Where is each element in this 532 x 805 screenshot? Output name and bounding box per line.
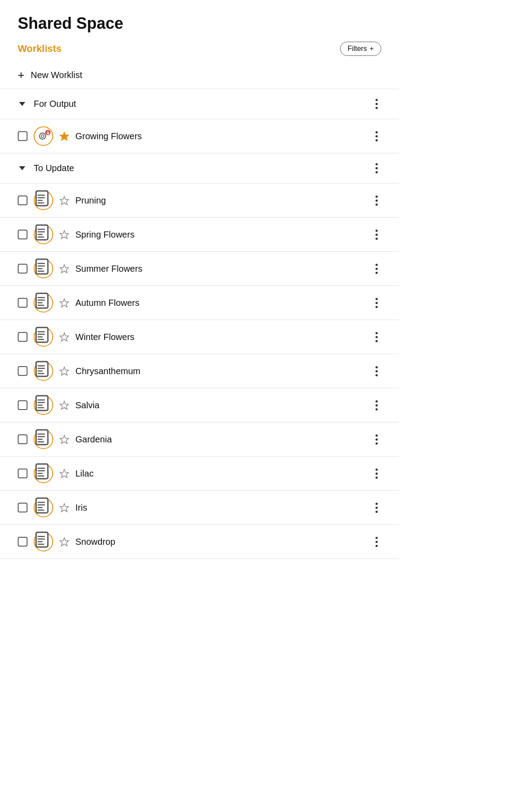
item-name-winter-flowers: Winter Flowers [75, 332, 134, 342]
group-row-for-output[interactable]: For Output [0, 89, 399, 119]
star-icon-pruning[interactable] [59, 195, 69, 205]
svg-line-9 [44, 133, 45, 134]
group-name-to-update: To Update [34, 163, 74, 173]
item-name-lilac: Lilac [75, 469, 94, 479]
svg-rect-51 [38, 399, 45, 400]
doc-icon-circle-pruning [34, 191, 53, 210]
star-icon-spring-flowers[interactable] [59, 230, 69, 239]
star-icon-salvia[interactable] [59, 400, 69, 410]
item-name-salvia: Salvia [75, 400, 99, 410]
svg-rect-40 [38, 334, 45, 335]
item-name-gardenia: Gardenia [75, 434, 112, 445]
item-name-autumn-flowers: Autumn Flowers [75, 298, 140, 308]
item-name-chrysanthemum: Chrysanthemum [75, 366, 141, 376]
star-icon-iris[interactable] [59, 503, 69, 512]
item-menu-spring-flowers[interactable] [372, 228, 381, 242]
doc-icon-circle-winter-flowers [34, 327, 53, 347]
svg-line-8 [40, 138, 40, 138]
checkbox-pruning[interactable] [18, 195, 27, 205]
item-menu-autumn-flowers[interactable] [372, 296, 381, 310]
star-icon-winter-flowers[interactable] [59, 332, 69, 342]
item-menu-summer-flowers[interactable] [372, 262, 381, 276]
svg-rect-60 [38, 441, 44, 442]
svg-marker-49 [60, 367, 69, 375]
checkbox-summer-flowers[interactable] [18, 264, 27, 274]
star-icon-autumn-flowers[interactable] [59, 298, 69, 308]
new-worklist-label: New Worklist [31, 70, 82, 80]
svg-rect-45 [38, 365, 45, 366]
group-row-to-update[interactable]: To Update [0, 153, 399, 184]
doc-icon-circle-snowdrop [34, 532, 53, 551]
item-menu-snowdrop[interactable] [372, 535, 381, 549]
svg-line-6 [40, 133, 40, 134]
checkbox-spring-flowers[interactable] [18, 230, 27, 239]
checkbox-lilac[interactable] [18, 469, 27, 478]
page-title: Shared Space [18, 14, 381, 33]
svg-rect-57 [38, 434, 45, 434]
item-name-pruning: Pruning [75, 195, 106, 206]
svg-rect-30 [38, 270, 44, 271]
item-menu-pruning[interactable] [372, 194, 381, 207]
list-item-salvia: Salvia [0, 388, 399, 422]
svg-rect-78 [38, 543, 44, 544]
checkbox-salvia[interactable] [18, 400, 27, 410]
filters-button[interactable]: Filters + [340, 42, 381, 56]
checkbox-growing-flowers[interactable] [18, 131, 27, 141]
list-item-summer-flowers: Summer Flowers [0, 252, 399, 286]
star-icon-growing-flowers[interactable] [59, 131, 69, 141]
svg-rect-22 [38, 231, 45, 232]
svg-point-12 [47, 133, 48, 133]
doc-icon-circle-lilac [34, 464, 53, 483]
svg-marker-13 [60, 132, 69, 141]
list-item-chrysanthemum: Chrysanthemum [0, 354, 399, 388]
svg-marker-73 [60, 504, 69, 512]
star-icon-gardenia[interactable] [59, 434, 69, 444]
checkbox-winter-flowers[interactable] [18, 332, 27, 342]
item-menu-iris[interactable] [372, 501, 381, 515]
doc-icon-circle-gardenia [34, 430, 53, 449]
star-icon-lilac[interactable] [59, 469, 69, 478]
svg-marker-55 [60, 401, 69, 410]
chevron-down-icon [18, 164, 27, 173]
svg-rect-58 [38, 436, 45, 437]
checkbox-autumn-flowers[interactable] [18, 298, 27, 308]
item-menu-chrysanthemum[interactable] [372, 364, 381, 378]
checkbox-snowdrop[interactable] [18, 537, 27, 547]
svg-rect-46 [38, 368, 45, 369]
item-menu-salvia[interactable] [372, 399, 381, 412]
list-item-growing-flowers: Growing Flowers [0, 119, 399, 153]
locked-icon-circle [34, 126, 53, 146]
star-icon-snowdrop[interactable] [59, 537, 69, 547]
svg-rect-21 [38, 229, 45, 230]
doc-icon-circle-summer-flowers [34, 259, 53, 278]
list-item-gardenia: Gardenia [0, 422, 399, 457]
svg-rect-24 [38, 236, 44, 237]
svg-rect-18 [38, 202, 44, 203]
star-icon-chrysanthemum[interactable] [59, 366, 69, 376]
item-menu-lilac[interactable] [372, 467, 381, 481]
list-item-autumn-flowers: Autumn Flowers [0, 286, 399, 320]
group-menu-to-update[interactable] [372, 161, 381, 175]
checkbox-iris[interactable] [18, 503, 27, 512]
checkbox-gardenia[interactable] [18, 434, 27, 444]
doc-icon-circle-salvia [34, 395, 53, 415]
section-header: Worklists Filters + [0, 40, 399, 61]
group-menu-for-output[interactable] [372, 97, 381, 111]
chevron-down-icon [18, 100, 27, 109]
item-menu-gardenia[interactable] [372, 433, 381, 446]
svg-line-7 [44, 138, 45, 138]
star-icon-summer-flowers[interactable] [59, 264, 69, 274]
new-worklist-row[interactable]: + New Worklist [0, 61, 399, 89]
item-menu-growing-flowers[interactable] [372, 129, 381, 143]
svg-rect-15 [38, 195, 45, 195]
doc-icon-circle-chrysanthemum [34, 361, 53, 381]
item-name-iris: Iris [75, 503, 87, 513]
checkbox-chrysanthemum[interactable] [18, 366, 27, 376]
svg-rect-48 [38, 373, 44, 374]
item-menu-winter-flowers[interactable] [372, 330, 381, 344]
worklists-label: Worklists [18, 43, 62, 55]
group-name-for-output: For Output [34, 99, 76, 109]
svg-rect-52 [38, 402, 45, 403]
svg-rect-27 [38, 263, 45, 264]
svg-rect-39 [38, 331, 45, 332]
